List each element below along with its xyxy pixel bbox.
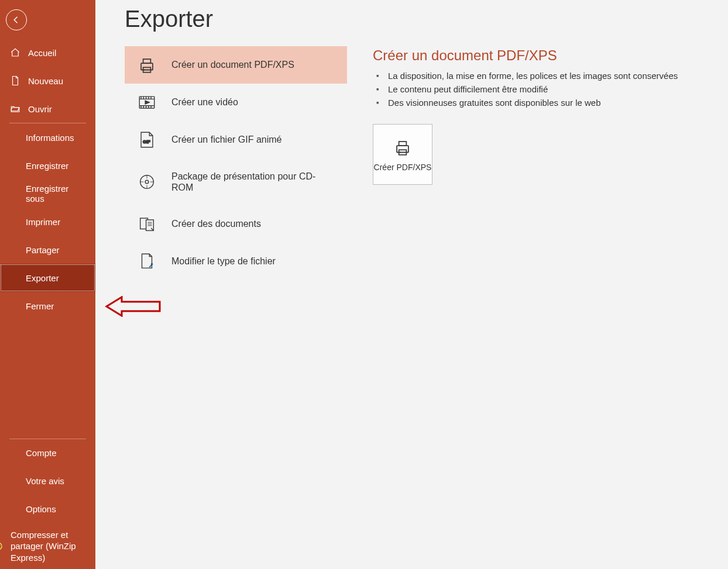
handouts-icon xyxy=(136,213,157,235)
sidebar-item-exporter[interactable]: Exporter xyxy=(0,264,95,292)
detail-pane: Créer un document PDF/XPS La disposition… xyxy=(373,46,728,185)
sidebar-item-compte[interactable]: Compte xyxy=(0,439,95,467)
detail-bullet: Le contenu peut difficilement être modif… xyxy=(383,84,728,94)
sidebar-item-winzip[interactable]: Compresser et partager (WinZip Express) xyxy=(0,523,95,570)
detail-title: Créer un document PDF/XPS xyxy=(373,47,728,64)
export-option-change-type[interactable]: Modifier le type de fichier xyxy=(125,243,347,280)
sidebar-item-ouvrir[interactable]: Ouvrir xyxy=(0,95,95,123)
sidebar-item-fermer[interactable]: Fermer xyxy=(0,292,95,320)
sidebar-item-partager[interactable]: Partager xyxy=(0,236,95,264)
export-option-documents[interactable]: Créer des documents xyxy=(125,205,347,243)
main-content: Exporter Créer un document PDF/XPS Créer… xyxy=(95,0,728,569)
sidebar-item-label: Accueil xyxy=(28,48,56,58)
open-folder-icon xyxy=(9,103,21,115)
sidebar-item-label: Partager xyxy=(26,245,60,255)
sidebar-item-label: Nouveau xyxy=(28,76,63,86)
sidebar-item-options[interactable]: Options xyxy=(0,495,95,523)
create-pdf-xps-button[interactable]: Créer PDF/XPS xyxy=(373,124,432,185)
sidebar-item-label: Imprimer xyxy=(26,217,60,227)
sidebar-item-label: Exporter xyxy=(26,273,59,283)
sidebar-item-label: Compresser et partager (WinZip Express) xyxy=(11,529,86,564)
export-option-label: Package de présentation pour CD-ROM xyxy=(171,171,335,193)
detail-bullet: Des visionneuses gratuites sont disponib… xyxy=(383,98,728,108)
svg-text:GIF: GIF xyxy=(143,139,150,144)
export-options-list: Créer un document PDF/XPS Créer une vidé… xyxy=(125,46,347,280)
export-option-label: Créer un fichier GIF animé xyxy=(171,134,282,145)
change-filetype-icon xyxy=(136,251,157,272)
svg-rect-2 xyxy=(143,59,151,63)
sidebar-item-imprimer[interactable]: Imprimer xyxy=(0,208,95,236)
sidebar-item-votre-avis[interactable]: Votre avis xyxy=(0,467,95,495)
sidebar-item-label: Options xyxy=(26,504,56,514)
sidebar-item-enregistrer-sous[interactable]: Enregistrer sous xyxy=(0,180,95,208)
sidebar-item-nouveau[interactable]: Nouveau xyxy=(0,67,95,95)
sidebar-item-label: Compte xyxy=(26,448,57,458)
pdf-printer-icon xyxy=(392,137,413,158)
export-option-label: Créer une vidéo xyxy=(171,96,238,108)
video-icon xyxy=(136,92,157,113)
sidebar-item-label: Fermer xyxy=(26,301,54,311)
svg-point-7 xyxy=(145,180,149,184)
export-option-label: Créer des documents xyxy=(171,218,261,229)
button-label: Créer PDF/XPS xyxy=(374,163,432,173)
winzip-icon xyxy=(0,540,4,552)
sidebar-item-label: Votre avis xyxy=(26,476,64,486)
export-option-label: Créer un document PDF/XPS xyxy=(171,59,294,70)
gif-icon: GIF xyxy=(136,129,157,150)
home-icon xyxy=(9,47,21,58)
sidebar-item-label: Ouvrir xyxy=(28,104,52,114)
svg-rect-11 xyxy=(399,142,407,146)
sidebar-item-label: Informations xyxy=(26,133,74,143)
detail-bullet: La disposition, la mise en forme, les po… xyxy=(383,71,728,81)
export-option-label: Modifier le type de fichier xyxy=(171,256,276,267)
sidebar-item-informations[interactable]: Informations xyxy=(0,123,95,151)
export-option-pdf-xps[interactable]: Créer un document PDF/XPS xyxy=(125,46,347,84)
sidebar-item-enregistrer[interactable]: Enregistrer xyxy=(0,151,95,180)
pdf-printer-icon xyxy=(136,54,157,75)
export-option-video[interactable]: Créer une vidéo xyxy=(125,84,347,121)
sidebar-item-accueil[interactable]: Accueil xyxy=(0,39,95,67)
detail-bullet-list: La disposition, la mise en forme, les po… xyxy=(373,71,728,108)
export-option-cdrom[interactable]: Package de présentation pour CD-ROM xyxy=(125,158,347,205)
sidebar: Accueil Nouveau Ouvrir Informations Enre… xyxy=(0,0,95,569)
content-row: Créer un document PDF/XPS Créer une vidé… xyxy=(125,46,728,280)
page-title: Exporter xyxy=(125,6,728,32)
export-option-gif[interactable]: GIF Créer un fichier GIF animé xyxy=(125,121,347,158)
sidebar-item-label: Enregistrer xyxy=(26,161,68,171)
back-button[interactable] xyxy=(6,9,27,30)
cd-icon xyxy=(136,171,157,192)
new-file-icon xyxy=(9,75,21,87)
sidebar-item-label: Enregistrer sous xyxy=(26,184,86,204)
